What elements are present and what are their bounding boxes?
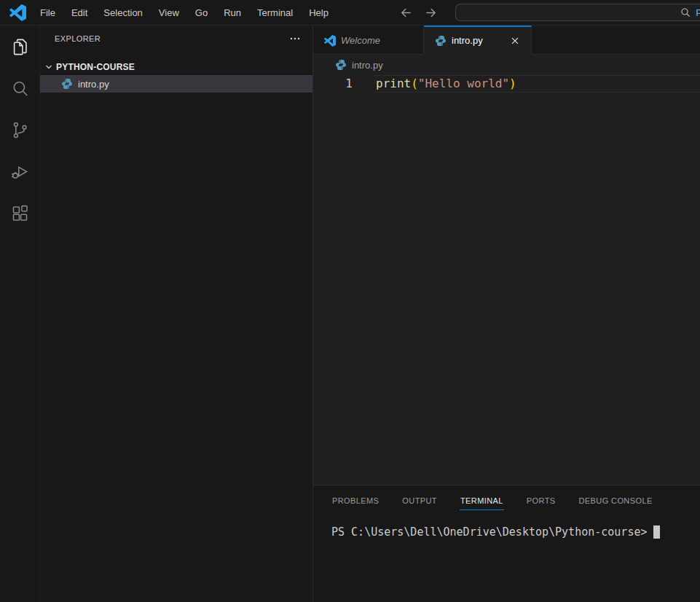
activitybar-explorer[interactable] — [2, 29, 37, 64]
tab-label: intro.py — [452, 35, 483, 46]
menu-bar: FileEditSelectionViewGoRunTerminalHelp — [32, 0, 337, 25]
panel-tab-ports[interactable]: PORTS — [526, 492, 557, 510]
activity-bar — [0, 26, 40, 602]
vscode-logo-icon — [9, 4, 26, 21]
tab-welcome[interactable]: Welcome — [313, 26, 424, 55]
menu-selection[interactable]: Selection — [95, 0, 150, 25]
file-intro-py[interactable]: intro.py — [40, 75, 312, 93]
nav-back-icon[interactable] — [398, 5, 414, 21]
menu-edit[interactable]: Edit — [63, 0, 95, 25]
tab-label: Welcome — [341, 35, 380, 46]
workbench: EXPLORER PYTHON-COURSE intro.py Welcome — [0, 26, 700, 602]
editor-group: Welcome intro.py intro.py 1 — [313, 26, 700, 602]
code-token: print — [376, 77, 411, 90]
code-token: "Hello world" — [418, 77, 509, 90]
debug-icon — [10, 162, 30, 181]
menu-go[interactable]: Go — [187, 0, 216, 25]
folder-python-course[interactable]: PYTHON-COURSE — [40, 58, 312, 75]
search-icon — [10, 79, 30, 98]
extensions-icon — [10, 203, 30, 223]
panel-tab-debug-console[interactable]: DEBUG CONSOLE — [578, 492, 653, 510]
line-number: 1 — [313, 75, 353, 93]
menu-view[interactable]: View — [151, 0, 187, 25]
code-editor[interactable]: 1 print("Hello world") — [313, 75, 700, 485]
explorer-header: EXPLORER — [40, 26, 312, 52]
menu-help[interactable]: Help — [301, 0, 337, 25]
terminal-cursor — [653, 525, 660, 539]
explorer-title: EXPLORER — [55, 34, 101, 43]
files-icon — [10, 37, 30, 57]
code-token: ) — [509, 77, 516, 90]
panel-tab-terminal[interactable]: TERMINAL — [460, 492, 504, 510]
search-icon — [680, 7, 691, 18]
editor-tab-bar: Welcome intro.py — [313, 26, 700, 55]
python-icon — [435, 35, 447, 47]
panel-tab-bar: PROBLEMSOUTPUTTERMINALPORTSDEBUG CONSOLE — [331, 485, 700, 516]
chevron-down-icon — [43, 61, 55, 73]
activitybar-source-control[interactable] — [2, 112, 37, 147]
python-icon — [335, 59, 347, 71]
menu-run[interactable]: Run — [216, 0, 249, 25]
sidebar-explorer: EXPLORER PYTHON-COURSE intro.py — [40, 26, 313, 602]
activitybar-run-debug[interactable] — [2, 154, 37, 189]
vscode-logo-icon — [324, 35, 336, 47]
terminal-view[interactable]: PS C:\Users\Dell\OneDrive\Desktop\Python… — [331, 525, 700, 539]
tabbar-empty-space — [532, 26, 700, 55]
panel-tab-problems[interactable]: PROBLEMS — [331, 492, 380, 510]
activitybar-search[interactable] — [2, 71, 37, 106]
file-label: intro.py — [78, 79, 109, 90]
code-token: ( — [411, 77, 418, 90]
git-branch-icon — [10, 120, 30, 140]
code-line-1[interactable]: 1 print("Hello world") — [313, 75, 700, 93]
breadcrumb-file: intro.py — [352, 60, 383, 71]
menu-file[interactable]: File — [32, 0, 63, 25]
command-center-search[interactable]: P — [455, 4, 700, 21]
terminal-prompt: PS C:\Users\Dell\OneDrive\Desktop\Python… — [331, 525, 647, 539]
panel-tab-output[interactable]: OUTPUT — [401, 492, 438, 510]
menu-terminal[interactable]: Terminal — [249, 0, 301, 25]
title-bar: FileEditSelectionViewGoRunTerminalHelp P — [0, 0, 700, 26]
command-center-text: P — [696, 7, 700, 18]
more-actions-icon[interactable] — [289, 33, 301, 44]
folder-label: PYTHON-COURSE — [56, 62, 135, 72]
activitybar-extensions[interactable] — [2, 195, 37, 230]
close-icon[interactable] — [508, 34, 522, 48]
breadcrumb[interactable]: intro.py — [313, 55, 700, 75]
code-line-content: print("Hello world") — [376, 75, 516, 93]
nav-arrows — [398, 0, 439, 26]
bottom-panel: PROBLEMSOUTPUTTERMINALPORTSDEBUG CONSOLE… — [313, 485, 700, 602]
nav-forward-icon[interactable] — [422, 5, 439, 21]
python-icon — [61, 78, 73, 90]
vscode-window: FileEditSelectionViewGoRunTerminalHelp P — [0, 0, 700, 602]
tab-intro-py[interactable]: intro.py — [424, 26, 532, 55]
